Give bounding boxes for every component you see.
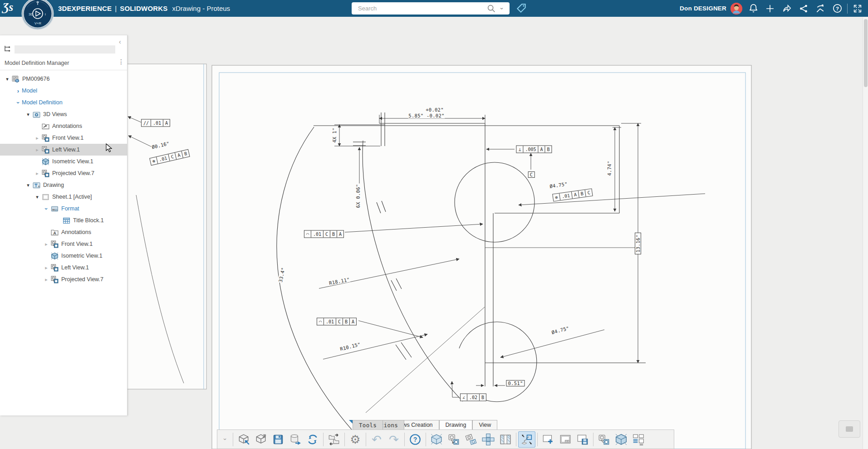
tree-item-drawing[interactable]: ▾Drawing [0, 179, 127, 191]
action-bar: StandardViews CreationAnnotationsDrawing… [217, 420, 674, 449]
sheet-format-button[interactable] [557, 431, 574, 448]
tag-icon[interactable] [515, 3, 527, 15]
help-icon[interactable]: ? [830, 2, 844, 15]
dim-051[interactable]: 0.51" [506, 380, 525, 386]
tree-item-annotations[interactable]: AAnnotations [0, 226, 127, 238]
corner-widget-button[interactable] [839, 420, 860, 438]
search-bar[interactable]: › [352, 2, 510, 15]
compass-widget[interactable]: 3D i V+R [21, 0, 54, 31]
fcf-profile-upper[interactable]: ◠.01CBA [304, 230, 344, 238]
fcf-angularity[interactable]: ∠.02B [460, 394, 486, 401]
expander-icon[interactable]: › [15, 88, 22, 94]
dim-4x[interactable]: 4X 1" [332, 127, 337, 143]
expander-icon[interactable]: ▾ [34, 195, 41, 200]
datum-c[interactable]: C [528, 171, 535, 178]
vertical-scrollbar[interactable] [863, 17, 868, 449]
drawing-sheet-graphics[interactable] [0, 0, 868, 449]
toolbar-more-chevron-icon[interactable]: › [222, 434, 229, 445]
tree-item-front-view-1[interactable]: ▸Front View.1 [0, 238, 127, 250]
tree-item-title-block-1[interactable]: Title Block.1 [0, 215, 127, 226]
user-name[interactable]: Don DESIGNER [680, 5, 726, 12]
tab-tools[interactable]: Tools [353, 420, 383, 430]
fcf-cell: B [343, 318, 350, 325]
svg-text:?: ? [413, 435, 417, 443]
sheet-layout-button[interactable] [630, 431, 647, 448]
auxiliary-view-button[interactable] [462, 431, 480, 448]
expander-icon[interactable]: › [43, 206, 50, 212]
tree-item-3d-views[interactable]: ▾3D Views [0, 108, 127, 120]
tab-view[interactable]: View [472, 420, 497, 430]
expander-icon[interactable]: ▾ [4, 77, 11, 82]
search-options-chevron-icon[interactable]: › [497, 3, 508, 14]
expander-icon[interactable]: ▸ [34, 147, 41, 152]
avatar[interactable] [731, 3, 742, 15]
expander-icon[interactable]: ▸ [43, 242, 50, 247]
fcf-cell: ◠ [304, 231, 311, 238]
tree-item-annotations[interactable]: Annotations [0, 120, 127, 132]
undo-button[interactable]: ↶ [368, 431, 385, 448]
tree-item-sheet-1-active-[interactable]: ▾Sheet.1 [Active] [0, 191, 127, 203]
tree-item-isometric-view-1[interactable]: Isometric View.1 [0, 250, 127, 262]
dim-1316[interactable]: 13.16" [635, 233, 641, 254]
view-scale-button[interactable] [518, 431, 535, 448]
open-import-button[interactable] [235, 431, 252, 448]
new-sheet-button[interactable] [539, 431, 557, 448]
tree-item-model[interactable]: ›Model [0, 85, 127, 97]
panel-menu-icon[interactable]: ⋮ [118, 58, 124, 65]
search-icon[interactable] [486, 3, 497, 14]
expander-icon[interactable]: ▸ [43, 277, 50, 282]
section-view-button[interactable] [497, 431, 514, 448]
fcf-parallelism-left[interactable]: //.01A [141, 119, 170, 127]
assistant-icon[interactable] [814, 2, 827, 15]
fcf-profile-lower[interactable]: ◠.01CBA [317, 318, 357, 326]
transfer-folders-button[interactable] [325, 431, 343, 448]
save-sheet-format-button[interactable] [574, 431, 591, 448]
search-input[interactable] [357, 5, 486, 12]
help-button[interactable]: ? [407, 431, 424, 448]
social-icon[interactable] [797, 2, 810, 15]
dim-6x[interactable]: 6X 0.06" [355, 184, 361, 209]
collapse-panel-icon[interactable]: ‹ [119, 38, 121, 45]
tree-item-front-view-1[interactable]: ▸Front View.1 [0, 132, 127, 144]
tree-item-projected-view-7[interactable]: ▸Projected View.7 [0, 167, 127, 179]
tree-item-isometric-view-1[interactable]: Isometric View.1 [0, 156, 127, 167]
tree-item-model-definition[interactable]: ›Model Definition [0, 97, 127, 108]
tree-item-left-view-1[interactable]: ▸Left View.1 [0, 262, 127, 273]
save-button[interactable] [270, 431, 287, 448]
share-icon[interactable] [780, 2, 794, 15]
toolbar-divider [516, 433, 516, 446]
expander-icon[interactable]: ▸ [43, 265, 50, 270]
standard-views-button[interactable] [480, 431, 497, 448]
fcf-perpendicularity[interactable]: ⊥.005AB [516, 146, 552, 153]
tree-item-pm009676[interactable]: ▾PM009676 [0, 73, 127, 85]
dim-tol-plus[interactable]: +0.02" [425, 107, 444, 112]
fcf-cell: C [336, 318, 343, 325]
view-display-button[interactable] [595, 431, 613, 448]
panel-title: Model Definition Manager [5, 60, 69, 66]
refresh-button[interactable] [304, 431, 321, 448]
expander-icon[interactable]: ▸ [34, 136, 41, 141]
tab-drawing[interactable]: Drawing [439, 420, 473, 430]
projected-view-button[interactable] [445, 431, 462, 448]
expander-icon[interactable]: ▾ [25, 183, 32, 188]
settings-button[interactable]: ⚙ [347, 431, 364, 448]
dim-585[interactable]: 5.85" -0.02" [408, 113, 445, 118]
bell-icon[interactable] [746, 2, 760, 15]
expander-icon[interactable]: ▸ [34, 171, 41, 176]
tree-item-projected-view-7[interactable]: ▸Projected View.7 [0, 273, 127, 285]
add-icon[interactable] [763, 2, 777, 15]
ribbon-toolbar: ›⚙↶↷? [217, 429, 674, 449]
scrollbar-thumb[interactable] [864, 19, 868, 87]
cube-view-button[interactable] [613, 431, 630, 448]
export-button[interactable] [252, 431, 270, 448]
redo-button[interactable]: ↷ [385, 431, 402, 448]
fullscreen-icon[interactable] [851, 2, 864, 15]
dim-474[interactable]: 4.74" [607, 160, 612, 176]
tree-item-format[interactable]: ›Format [0, 203, 127, 215]
expander-icon[interactable]: › [15, 100, 22, 106]
dassault-3ds-logo-icon[interactable]: Ʒs [3, 1, 13, 14]
tree-structure-icon[interactable] [3, 45, 11, 55]
export-database-button[interactable] [287, 431, 304, 448]
isometric-view-button[interactable] [428, 431, 445, 448]
expander-icon[interactable]: ▾ [25, 112, 32, 117]
